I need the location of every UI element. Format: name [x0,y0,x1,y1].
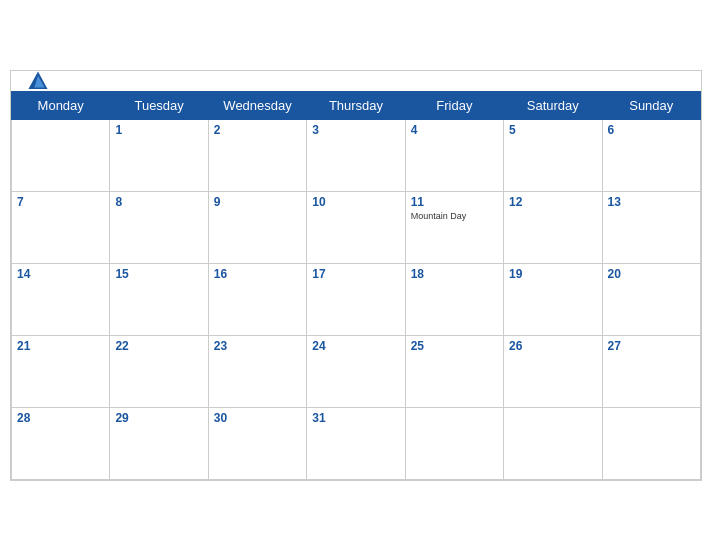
calendar-week-row: 28293031 [12,407,701,479]
calendar-cell [602,407,700,479]
day-number: 12 [509,195,596,209]
day-number: 31 [312,411,399,425]
day-number: 5 [509,123,596,137]
calendar-cell: 19 [504,263,602,335]
calendar-cell: 30 [208,407,306,479]
calendar-cell: 8 [110,191,208,263]
day-number: 1 [115,123,202,137]
day-number: 28 [17,411,104,425]
calendar-cell: 21 [12,335,110,407]
header-thursday: Thursday [307,91,405,119]
generalblue-logo-icon [27,70,49,92]
day-number: 4 [411,123,498,137]
calendar-header [11,71,701,91]
calendar-cell: 10 [307,191,405,263]
day-number: 25 [411,339,498,353]
calendar-cell: 16 [208,263,306,335]
day-number: 29 [115,411,202,425]
day-number: 30 [214,411,301,425]
calendar-cell: 25 [405,335,503,407]
day-number: 21 [17,339,104,353]
calendar-cell [405,407,503,479]
calendar-cell: 24 [307,335,405,407]
day-number: 20 [608,267,695,281]
calendar-cell: 20 [602,263,700,335]
calendar-cell: 4 [405,119,503,191]
calendar-week-row: 7891011Mountain Day1213 [12,191,701,263]
calendar-cell: 1 [110,119,208,191]
day-number: 27 [608,339,695,353]
calendar-cell: 28 [12,407,110,479]
day-number: 15 [115,267,202,281]
calendar-container: Monday Tuesday Wednesday Thursday Friday… [10,70,702,481]
day-number: 22 [115,339,202,353]
calendar-cell: 14 [12,263,110,335]
calendar-cell: 7 [12,191,110,263]
calendar-cell: 6 [602,119,700,191]
calendar-cell: 29 [110,407,208,479]
calendar-cell: 17 [307,263,405,335]
calendar-cell [504,407,602,479]
day-number: 17 [312,267,399,281]
logo-area [27,70,52,92]
day-number: 11 [411,195,498,209]
weekday-header-row: Monday Tuesday Wednesday Thursday Friday… [12,91,701,119]
day-number: 16 [214,267,301,281]
day-number: 13 [608,195,695,209]
header-monday: Monday [12,91,110,119]
calendar-cell: 9 [208,191,306,263]
calendar-cell: 12 [504,191,602,263]
calendar-cell: 26 [504,335,602,407]
header-sunday: Sunday [602,91,700,119]
header-saturday: Saturday [504,91,602,119]
day-number: 10 [312,195,399,209]
day-number: 18 [411,267,498,281]
day-number: 7 [17,195,104,209]
calendar-cell: 5 [504,119,602,191]
day-number: 26 [509,339,596,353]
calendar-cell: 15 [110,263,208,335]
day-number: 3 [312,123,399,137]
calendar-cell: 22 [110,335,208,407]
day-number: 9 [214,195,301,209]
day-number: 14 [17,267,104,281]
day-number: 6 [608,123,695,137]
day-number: 2 [214,123,301,137]
calendar-cell: 13 [602,191,700,263]
day-number: 19 [509,267,596,281]
calendar-cell: 3 [307,119,405,191]
calendar-week-row: 14151617181920 [12,263,701,335]
holiday-name: Mountain Day [411,211,498,221]
day-number: 24 [312,339,399,353]
header-friday: Friday [405,91,503,119]
calendar-cell: 18 [405,263,503,335]
calendar-grid: Monday Tuesday Wednesday Thursday Friday… [11,91,701,480]
calendar-week-row: 123456 [12,119,701,191]
calendar-cell: 2 [208,119,306,191]
header-tuesday: Tuesday [110,91,208,119]
day-number: 23 [214,339,301,353]
day-number: 8 [115,195,202,209]
calendar-week-row: 21222324252627 [12,335,701,407]
calendar-cell: 11Mountain Day [405,191,503,263]
calendar-cell [12,119,110,191]
calendar-cell: 31 [307,407,405,479]
calendar-cell: 23 [208,335,306,407]
calendar-cell: 27 [602,335,700,407]
header-wednesday: Wednesday [208,91,306,119]
